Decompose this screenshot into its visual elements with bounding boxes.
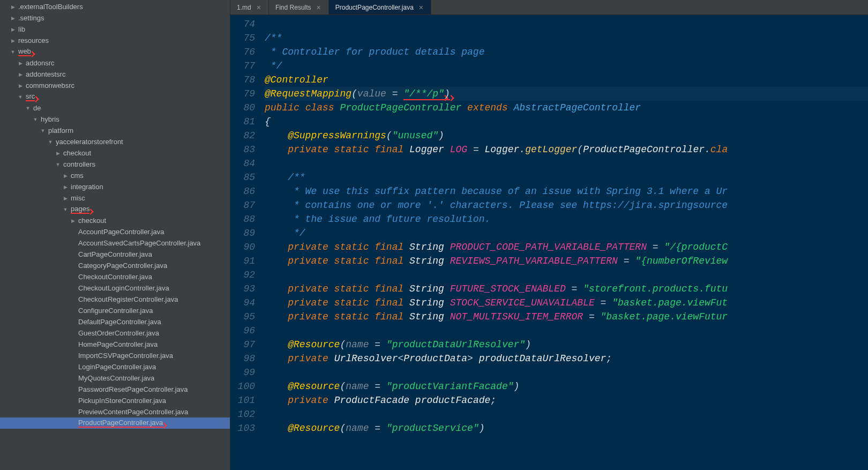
- tree-item[interactable]: web: [0, 46, 230, 57]
- code-line[interactable]: private static final String NOT_MULTISKU…: [265, 310, 868, 324]
- code-line[interactable]: [265, 407, 868, 421]
- code-line[interactable]: */: [265, 226, 868, 240]
- tree-item[interactable]: CartPageController.java: [0, 249, 230, 260]
- code-line[interactable]: private ProductFacade productFacade;: [265, 393, 868, 407]
- tree-item[interactable]: ImportCSVPageController.java: [0, 350, 230, 361]
- chevron-right-icon[interactable]: [17, 83, 24, 89]
- tree-item[interactable]: PreviewContentPageController.java: [0, 406, 230, 417]
- chevron-down-icon[interactable]: [47, 139, 54, 145]
- tree-item[interactable]: de: [0, 102, 230, 114]
- tree-item[interactable]: HomePageController.java: [0, 339, 230, 350]
- code-line[interactable]: * Controller for product details page: [265, 45, 868, 59]
- code-content[interactable]: /** * Controller for product details pag…: [260, 15, 868, 470]
- code-line[interactable]: private static final String FUTURE_STOCK…: [265, 282, 868, 296]
- chevron-down-icon[interactable]: [17, 94, 24, 100]
- code-line[interactable]: @SuppressWarnings("unused"): [265, 129, 868, 143]
- chevron-down-icon[interactable]: [25, 105, 31, 111]
- code-line[interactable]: /**: [265, 170, 868, 184]
- code-line[interactable]: private static final String STOCK_SERVIC…: [265, 296, 868, 310]
- code-line[interactable]: public class ProductPageController exten…: [265, 101, 868, 115]
- code-editor[interactable]: 7475767778798081828384858687888990919293…: [230, 15, 868, 470]
- code-line[interactable]: @Resource(name = "productVariantFacade"): [265, 379, 868, 393]
- code-line[interactable]: private static final String REVIEWS_PATH…: [265, 254, 868, 268]
- tree-item[interactable]: commonwebsrc: [0, 80, 230, 91]
- code-line[interactable]: {: [265, 115, 868, 129]
- tree-item[interactable]: integration: [0, 181, 230, 192]
- code-line[interactable]: */: [265, 59, 868, 73]
- tree-item-label: commonwebsrc: [26, 81, 74, 89]
- tree-item[interactable]: CheckoutController.java: [0, 271, 230, 282]
- chevron-right-icon[interactable]: [17, 71, 24, 78]
- chevron-right-icon[interactable]: [62, 184, 69, 190]
- code-line[interactable]: [265, 324, 868, 338]
- code-line[interactable]: * contains one or more '.' characters. P…: [265, 198, 868, 212]
- code-line[interactable]: * the issue and future resolution.: [265, 212, 868, 226]
- tree-item-label: HomePageController.java: [78, 340, 158, 348]
- tree-item[interactable]: resources: [0, 35, 230, 46]
- chevron-right-icon[interactable]: [10, 38, 16, 44]
- chevron-right-icon[interactable]: [10, 15, 16, 21]
- code-line[interactable]: private static final Logger LOG = Logger…: [265, 143, 868, 156]
- chevron-down-icon[interactable]: [55, 161, 61, 168]
- tree-item[interactable]: CheckoutLoginController.java: [0, 282, 230, 294]
- editor-tab[interactable]: 1.md×: [230, 0, 269, 14]
- code-line[interactable]: [265, 365, 868, 379]
- code-line[interactable]: private static final String PRODUCT_CODE…: [265, 240, 868, 254]
- close-icon[interactable]: ×: [256, 3, 262, 12]
- close-icon[interactable]: ×: [316, 3, 322, 12]
- tree-item[interactable]: checkout: [0, 215, 230, 226]
- code-line[interactable]: [265, 156, 868, 170]
- code-token: "storefront.products.futu: [583, 284, 728, 294]
- editor-tab[interactable]: Find Results×: [269, 0, 329, 14]
- chevron-down-icon[interactable]: [40, 128, 46, 134]
- chevron-right-icon[interactable]: [62, 173, 69, 179]
- tree-item[interactable]: .externalToolBuilders: [0, 1, 230, 12]
- project-tree-sidebar[interactable]: .externalToolBuilders.settingslibresourc…: [0, 0, 230, 470]
- chevron-right-icon[interactable]: [10, 26, 16, 33]
- code-line[interactable]: @Resource(name = "productDataUrlResolver…: [265, 338, 868, 352]
- chevron-down-icon[interactable]: [62, 206, 69, 213]
- tree-item[interactable]: hybris: [0, 114, 230, 125]
- chevron-right-icon[interactable]: [10, 4, 16, 10]
- code-line[interactable]: @Controller: [265, 73, 868, 87]
- tree-item[interactable]: ConfigureController.java: [0, 305, 230, 316]
- tree-item[interactable]: addontestsrc: [0, 69, 230, 80]
- tree-item[interactable]: cms: [0, 170, 230, 181]
- tree-item[interactable]: PickupInStoreController.java: [0, 395, 230, 406]
- code-line[interactable]: /**: [265, 31, 868, 45]
- tree-item[interactable]: .settings: [0, 12, 230, 24]
- tree-item[interactable]: ProductPageController.java: [0, 417, 230, 429]
- chevron-down-icon[interactable]: [32, 116, 39, 123]
- code-line[interactable]: [265, 17, 868, 31]
- code-line[interactable]: @RequestMapping(value = "/**/p"): [265, 87, 868, 101]
- tree-item[interactable]: yacceleratorstorefront: [0, 136, 230, 147]
- tree-item[interactable]: LoginPageController.java: [0, 361, 230, 372]
- code-line[interactable]: * We use this suffix pattern because of …: [265, 184, 868, 198]
- tree-item[interactable]: PasswordResetPageController.java: [0, 384, 230, 395]
- tree-item[interactable]: GuestOrderController.java: [0, 327, 230, 339]
- chevron-right-icon[interactable]: [70, 218, 76, 224]
- tree-item[interactable]: src: [0, 91, 230, 102]
- tree-item[interactable]: controllers: [0, 159, 230, 170]
- tree-item[interactable]: MyQuotesController.java: [0, 372, 230, 384]
- tree-item[interactable]: CheckoutRegisterController.java: [0, 294, 230, 305]
- code-line[interactable]: @Resource(name = "productService"): [265, 421, 868, 435]
- chevron-down-icon[interactable]: [10, 49, 16, 55]
- close-icon[interactable]: ×: [418, 3, 424, 12]
- editor-tab[interactable]: ProductPageController.java×: [329, 0, 431, 14]
- tree-item[interactable]: CategoryPageController.java: [0, 260, 230, 271]
- tree-item[interactable]: platform: [0, 125, 230, 136]
- tree-item[interactable]: lib: [0, 24, 230, 35]
- code-line[interactable]: [265, 268, 868, 282]
- chevron-right-icon[interactable]: [55, 150, 61, 156]
- chevron-right-icon[interactable]: [62, 195, 69, 202]
- chevron-right-icon[interactable]: [17, 60, 24, 66]
- tree-item[interactable]: checkout: [0, 147, 230, 159]
- tree-item[interactable]: DefaultPageController.java: [0, 316, 230, 327]
- code-line[interactable]: private UrlResolver<ProductData> product…: [265, 352, 868, 365]
- tree-item[interactable]: misc: [0, 192, 230, 204]
- tree-item[interactable]: addonsrc: [0, 57, 230, 69]
- tree-item[interactable]: AccountSavedCartsPageController.java: [0, 237, 230, 249]
- tree-item[interactable]: AccountPageController.java: [0, 226, 230, 237]
- tree-item[interactable]: pages: [0, 204, 230, 215]
